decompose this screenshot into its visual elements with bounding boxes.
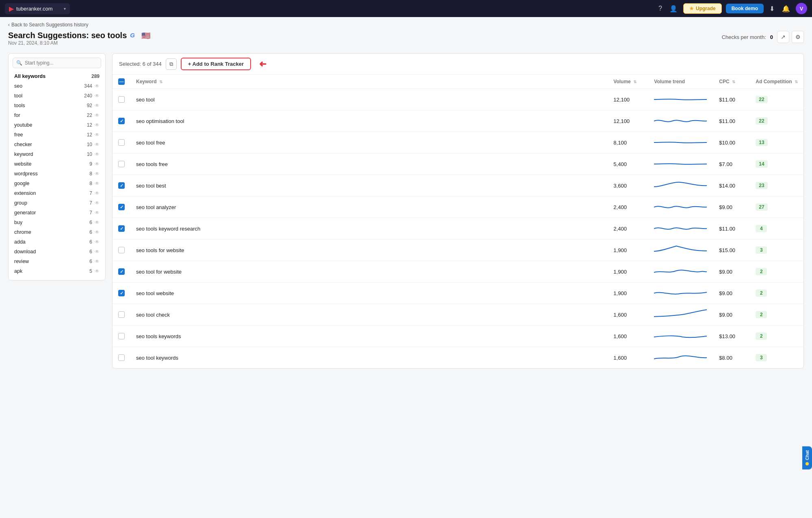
row-checkbox[interactable] — [118, 333, 125, 339]
row-checkbox[interactable] — [118, 247, 125, 253]
page-date: Nov 21, 2024, 8:10 AM — [8, 40, 150, 46]
row-checkbox[interactable] — [118, 204, 125, 210]
table-row: seo tool best 3,600 $14.00 23 — [113, 175, 803, 196]
sparkline-chart — [654, 329, 707, 343]
table-row: seo tool keywords 1,600 $8.00 3 — [113, 347, 803, 369]
sidebar-item-extension[interactable]: extension 7 👁 — [9, 188, 105, 198]
table-row: seo optimisation tool 12,100 $11.00 22 — [113, 110, 803, 132]
copy-button[interactable]: ⧉ — [166, 58, 177, 70]
row-checkbox[interactable] — [118, 311, 125, 318]
row-checkbox[interactable] — [118, 161, 125, 167]
sidebar-item-apk[interactable]: apk 5 👁 — [9, 266, 105, 276]
sidebar-item-buy[interactable]: buy 6 👁 — [9, 218, 105, 227]
row-checkbox-cell — [113, 326, 130, 347]
sparkline-chart — [654, 200, 707, 214]
selected-label: Selected: 6 of 344 — [119, 61, 162, 67]
sidebar-item-label: tool — [14, 93, 22, 99]
row-checkbox[interactable] — [118, 268, 125, 275]
row-checkbox[interactable] — [118, 139, 125, 146]
col-header-keyword[interactable]: Keyword ⇅ — [130, 75, 608, 89]
sidebar-item-generator[interactable]: generator 7 👁 — [9, 208, 105, 218]
table-row: seo tools for website 1,900 $15.00 3 — [113, 240, 803, 261]
eye-icon[interactable]: 👁 — [95, 249, 100, 255]
book-demo-button[interactable]: Book demo — [726, 4, 764, 13]
adcomp-badge: 23 — [756, 182, 767, 189]
sidebar-item-adda[interactable]: adda 6 👁 — [9, 237, 105, 247]
col-header-volume[interactable]: Volume ⇅ — [608, 75, 648, 89]
row-keyword: seo tool analyzer — [130, 196, 608, 218]
brand-selector[interactable]: ▶ tuberanker.com ▾ — [5, 3, 70, 14]
sidebar-item-tools[interactable]: tools 92 👁 — [9, 101, 105, 110]
eye-icon[interactable]: 👁 — [95, 151, 100, 157]
sidebar-item-all-keywords[interactable]: All keywords 289 — [9, 71, 105, 81]
sidebar-item-review[interactable]: review 6 👁 — [9, 257, 105, 266]
sidebar-search-container[interactable]: 🔍 — [13, 58, 101, 68]
eye-icon[interactable]: 👁 — [95, 210, 100, 216]
eye-icon[interactable]: 👁 — [95, 83, 100, 89]
eye-icon[interactable]: 👁 — [95, 268, 100, 274]
eye-icon[interactable]: 👁 — [95, 220, 100, 225]
row-volume: 1,600 — [608, 326, 648, 347]
add-user-button[interactable]: 👤 — [668, 3, 679, 14]
eye-icon[interactable]: 👁 — [95, 142, 100, 147]
eye-icon[interactable]: 👁 — [95, 259, 100, 264]
eye-icon[interactable]: 👁 — [95, 122, 100, 128]
sparkline-chart — [654, 243, 707, 257]
eye-icon[interactable]: 👁 — [95, 229, 100, 235]
sidebar-item-keyword[interactable]: keyword 10 👁 — [9, 149, 105, 159]
sidebar-item-free[interactable]: free 12 👁 — [9, 130, 105, 140]
help-button[interactable]: ? — [657, 3, 664, 14]
col-header-cpc[interactable]: CPC ⇅ — [713, 75, 750, 89]
upgrade-button[interactable]: ★ Upgrade — [683, 3, 722, 14]
eye-icon[interactable]: 👁 — [95, 161, 100, 167]
sidebar-item-chrome[interactable]: chrome 6 👁 — [9, 227, 105, 237]
sidebar-item-website[interactable]: website 9 👁 — [9, 159, 105, 169]
back-arrow-icon: ‹ — [8, 22, 10, 28]
sidebar-item-group[interactable]: group 7 👁 — [9, 198, 105, 208]
add-to-rank-tracker-button[interactable]: + Add to Rank Tracker — [181, 58, 251, 70]
sidebar-item-google[interactable]: google 8 👁 — [9, 179, 105, 188]
adcomp-badge: 2 — [756, 289, 767, 297]
sidebar-item-checker[interactable]: checker 10 👁 — [9, 140, 105, 149]
select-all-checkbox[interactable] — [118, 78, 125, 85]
eye-icon[interactable]: 👁 — [95, 132, 100, 138]
avatar[interactable]: V — [796, 3, 807, 14]
sidebar-scroll[interactable]: All keywords 289 seo 344 👁 tool 240 👁 to… — [9, 71, 105, 276]
add-tracker-label: + Add to Rank Tracker — [188, 61, 244, 67]
row-checkbox[interactable] — [118, 118, 125, 124]
col-header-adcomp[interactable]: Ad Competition ⇅ — [750, 75, 803, 89]
row-checkbox[interactable] — [118, 182, 125, 189]
sidebar: 🔍 All keywords 289 seo 344 👁 tool 240 👁 … — [8, 53, 106, 281]
row-checkbox[interactable] — [118, 290, 125, 296]
settings-button[interactable]: ⚙ — [792, 31, 804, 43]
sidebar-item-label: apk — [14, 268, 22, 274]
row-checkbox[interactable] — [118, 354, 125, 361]
row-checkbox[interactable] — [118, 225, 125, 232]
sidebar-item-count: 6 — [89, 239, 92, 245]
row-cpc: $9.00 — [713, 283, 750, 304]
notifications-button[interactable]: 🔔 — [780, 3, 792, 14]
sidebar-item-youtube[interactable]: youtube 12 👁 — [9, 120, 105, 130]
eye-icon[interactable]: 👁 — [95, 112, 100, 118]
row-volume: 1,900 — [608, 283, 648, 304]
row-checkbox[interactable] — [118, 96, 125, 103]
eye-icon[interactable]: 👁 — [95, 103, 100, 108]
back-link[interactable]: ‹ Back to Search Suggestions history — [8, 22, 804, 28]
sidebar-item-for[interactable]: for 22 👁 — [9, 110, 105, 120]
sidebar-item-tool[interactable]: tool 240 👁 — [9, 91, 105, 101]
sidebar-item-seo[interactable]: seo 344 👁 — [9, 81, 105, 91]
eye-icon[interactable]: 👁 — [95, 190, 100, 196]
share-button[interactable]: ↗ — [777, 31, 789, 43]
sidebar-item-download[interactable]: download 6 👁 — [9, 247, 105, 257]
eye-icon[interactable]: 👁 — [95, 93, 100, 99]
download-button[interactable]: ⬇ — [768, 3, 776, 14]
eye-icon[interactable]: 👁 — [95, 200, 100, 206]
eye-icon[interactable]: 👁 — [95, 181, 100, 186]
eye-icon[interactable]: 👁 — [95, 239, 100, 245]
sidebar-item-label: generator — [14, 210, 36, 216]
share-icon: ↗ — [781, 34, 786, 40]
sidebar-item-wordpress[interactable]: wordpress 8 👁 — [9, 169, 105, 179]
sidebar-search-input[interactable] — [25, 60, 97, 66]
eye-icon[interactable]: 👁 — [95, 171, 100, 177]
row-cpc: $11.00 — [713, 89, 750, 110]
